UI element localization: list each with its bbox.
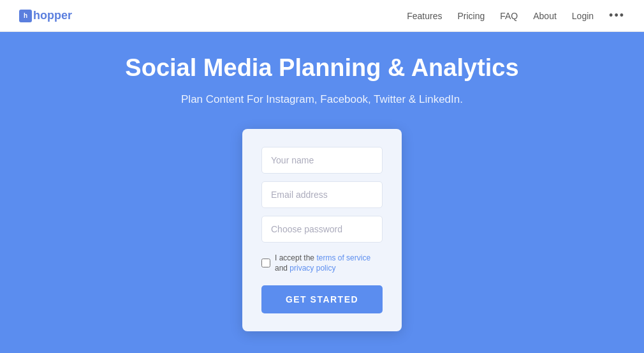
password-input[interactable] — [261, 216, 383, 243]
main-nav: Features Pricing FAQ About Login ••• — [407, 9, 625, 22]
logo[interactable]: h hopper — [19, 9, 72, 22]
header: h hopper Features Pricing FAQ About Logi… — [0, 0, 644, 32]
nav-item-pricing[interactable]: Pricing — [457, 11, 485, 21]
terms-row: I accept the terms of service and privac… — [261, 253, 383, 274]
signup-form-card: I accept the terms of service and privac… — [242, 129, 402, 332]
hero-title: Social Media Planning & Analytics — [125, 54, 518, 83]
nav-more-button[interactable]: ••• — [609, 9, 625, 22]
nav-item-faq[interactable]: FAQ — [500, 11, 518, 21]
nav-item-login[interactable]: Login — [572, 11, 594, 21]
email-input[interactable] — [261, 181, 383, 208]
terms-label: I accept the terms of service and privac… — [275, 253, 383, 274]
logo-icon-letter: h — [24, 12, 27, 19]
name-input[interactable] — [261, 147, 383, 174]
terms-checkbox[interactable] — [261, 259, 270, 267]
privacy-link[interactable]: privacy policy — [289, 264, 335, 273]
nav-item-features[interactable]: Features — [407, 11, 442, 21]
hero-subtitle: Plan Content For Instagram, Facebook, Tw… — [181, 93, 463, 106]
get-started-button[interactable]: GET STARTED — [261, 285, 383, 313]
hero-section: Social Media Planning & Analytics Plan C… — [0, 32, 644, 353]
logo-text: hopper — [33, 9, 72, 22]
nav-item-about[interactable]: About — [533, 11, 557, 21]
logo-icon: h — [19, 10, 32, 22]
terms-link[interactable]: terms of service — [316, 253, 370, 262]
